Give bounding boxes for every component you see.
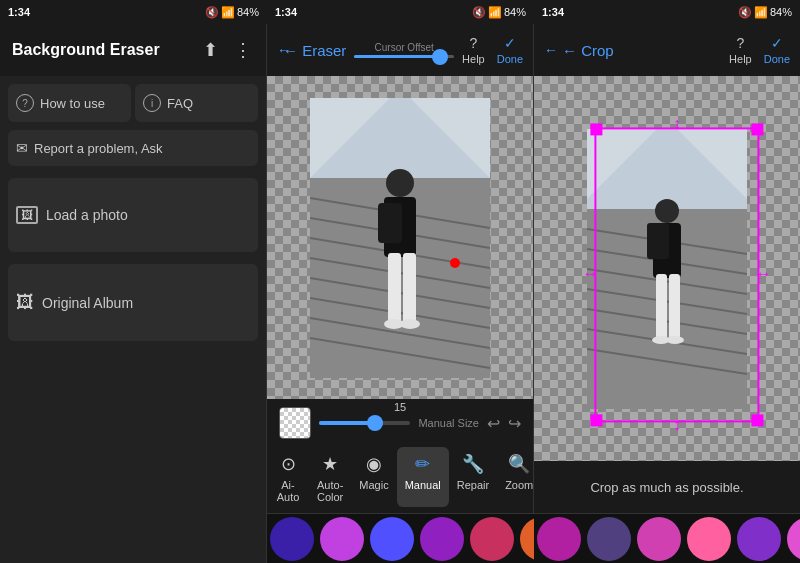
- cursor-offset-slider-fill: [354, 55, 434, 58]
- load-photo-button[interactable]: 🖼 Load a photo: [8, 178, 258, 252]
- eraser-size-slider-thumb: [367, 415, 383, 431]
- eraser-header-actions: ? Help ✓ Done: [462, 35, 523, 65]
- eraser-title: ← Eraser: [283, 42, 346, 59]
- eraser-back-button[interactable]: ← ← Eraser: [277, 42, 346, 59]
- svg-rect-15: [403, 253, 416, 323]
- zoom-icon: 🔍: [506, 451, 532, 477]
- color-blob-10[interactable]: [687, 517, 731, 561]
- auto-color-label: Auto-Color: [317, 479, 343, 503]
- more-options-button[interactable]: ⋮: [232, 37, 254, 63]
- undo-redo-group: ↩ ↪: [487, 414, 521, 433]
- eraser-size-slider-track[interactable]: [319, 421, 410, 425]
- color-blob-5[interactable]: [470, 517, 514, 561]
- cursor-offset-slider-thumb: [432, 49, 448, 65]
- crop-handle-tr[interactable]: [751, 123, 763, 135]
- tool-magic[interactable]: ◉ Magic: [351, 447, 396, 507]
- eraser-done-button[interactable]: ✓ Done: [497, 35, 523, 65]
- status-bar-3: 1:34 🔇 📶 84%: [534, 0, 800, 24]
- crop-hint-text: Crop as much as possible.: [590, 480, 743, 495]
- report-problem-label: Report a problem, Ask: [34, 141, 163, 156]
- eraser-red-dot: [450, 258, 460, 268]
- crop-handle-bl[interactable]: [590, 414, 602, 426]
- faq-button[interactable]: i FAQ: [135, 84, 258, 122]
- eraser-color-strip: [267, 517, 534, 561]
- time-1: 1:34: [8, 6, 30, 18]
- crop-header: ← ← Crop ? Help ✓ Done: [534, 24, 800, 76]
- redo-button[interactable]: ↪: [508, 414, 521, 433]
- color-blob-6[interactable]: [520, 517, 534, 561]
- crop-photo: [587, 129, 747, 409]
- repair-icon: 🔧: [460, 451, 486, 477]
- color-blob-7[interactable]: [537, 517, 581, 561]
- eraser-slider-value: 15: [394, 401, 406, 413]
- original-album-button[interactable]: 🖼 Original Album: [8, 264, 258, 341]
- faq-label: FAQ: [167, 96, 193, 111]
- album-icon: 🖼: [16, 292, 34, 313]
- color-blob-9[interactable]: [637, 517, 681, 561]
- share-button[interactable]: ⬆: [201, 37, 220, 63]
- color-blob-3[interactable]: [370, 517, 414, 561]
- svg-rect-14: [388, 253, 401, 323]
- ai-auto-icon: ⊙: [275, 451, 301, 477]
- crop-help-label: Help: [729, 53, 752, 65]
- tool-auto-color[interactable]: ★ Auto-Color: [309, 447, 351, 507]
- sidebar-header-icons: ⬆ ⋮: [201, 37, 254, 63]
- crop-done-button[interactable]: ✓ Done: [764, 35, 790, 65]
- status-icons-1: 🔇 📶 84%: [205, 6, 259, 19]
- eraser-header-slider-row: [354, 55, 454, 58]
- bgcolor-icon[interactable]: [279, 407, 311, 439]
- eraser-help-icon: ?: [469, 35, 477, 51]
- time-3: 1:34: [542, 6, 564, 18]
- eraser-photo: [310, 98, 490, 378]
- repair-label: Repair: [457, 479, 489, 491]
- eraser-toolbar: 15 Manual Size ↩ ↪: [267, 399, 533, 513]
- color-blob-11[interactable]: [737, 517, 781, 561]
- status-bar-1: 1:34 🔇 📶 84%: [0, 0, 267, 24]
- eraser-canvas: [267, 76, 533, 399]
- eraser-size-slider-fill: [319, 421, 369, 425]
- color-blob-12[interactable]: [787, 517, 800, 561]
- manual-label: Manual: [405, 479, 441, 491]
- tool-repair[interactable]: 🔧 Repair: [449, 447, 497, 507]
- how-to-use-label: How to use: [40, 96, 105, 111]
- crop-panel: ← ← Crop ? Help ✓ Done: [534, 24, 800, 513]
- status-icons-2: 🔇 📶 84%: [472, 6, 526, 19]
- crop-arrow-right[interactable]: ↔: [755, 265, 771, 283]
- load-photo-label: Load a photo: [46, 207, 128, 223]
- eraser-panel: ← ← Eraser Cursor Offset: [267, 24, 534, 513]
- eraser-header-content: Cursor Offset: [354, 42, 454, 58]
- tool-manual[interactable]: ✏ Manual: [397, 447, 449, 507]
- panels: ← ← Eraser Cursor Offset: [267, 24, 800, 563]
- mail-icon: ✉: [16, 140, 28, 156]
- color-blob-8[interactable]: [587, 517, 631, 561]
- color-blob-1[interactable]: [270, 517, 314, 561]
- how-to-use-button[interactable]: ? How to use: [8, 84, 131, 122]
- report-problem-button[interactable]: ✉ Report a problem, Ask: [8, 130, 258, 166]
- crop-done-icon: ✓: [771, 35, 783, 51]
- color-strip[interactable]: [267, 513, 800, 563]
- cursor-offset-slider-track[interactable]: [354, 55, 454, 58]
- color-blob-4[interactable]: [420, 517, 464, 561]
- tool-ai-auto[interactable]: ⊙ Ai-Auto: [267, 447, 309, 507]
- cursor-offset-label: Cursor Offset: [375, 42, 434, 53]
- svg-point-30: [655, 199, 679, 223]
- time-2: 1:34: [275, 6, 297, 18]
- svg-point-36: [666, 336, 684, 344]
- crop-handle-br[interactable]: [751, 414, 763, 426]
- eraser-done-label: Done: [497, 53, 523, 65]
- svg-point-12: [386, 169, 414, 197]
- zoom-label: Zoom: [505, 479, 533, 491]
- crop-arrow-bottom[interactable]: ↕: [673, 416, 681, 434]
- color-blob-2[interactable]: [320, 517, 364, 561]
- status-bar-2: 1:34 🔇 📶 84%: [267, 0, 534, 24]
- crop-help-button[interactable]: ? Help: [729, 35, 752, 65]
- eraser-tools: ⊙ Ai-Auto ★ Auto-Color ◉ Magic ✏: [267, 443, 533, 513]
- crop-title: ← Crop: [562, 42, 614, 59]
- panels-top: ← ← Eraser Cursor Offset: [267, 24, 800, 513]
- undo-button[interactable]: ↩: [487, 414, 500, 433]
- crop-color-strip: [534, 517, 800, 561]
- svg-point-17: [400, 319, 420, 329]
- eraser-help-button[interactable]: ? Help: [462, 35, 485, 65]
- crop-back-button[interactable]: ←: [544, 42, 558, 58]
- load-photo-icon: 🖼: [16, 206, 38, 224]
